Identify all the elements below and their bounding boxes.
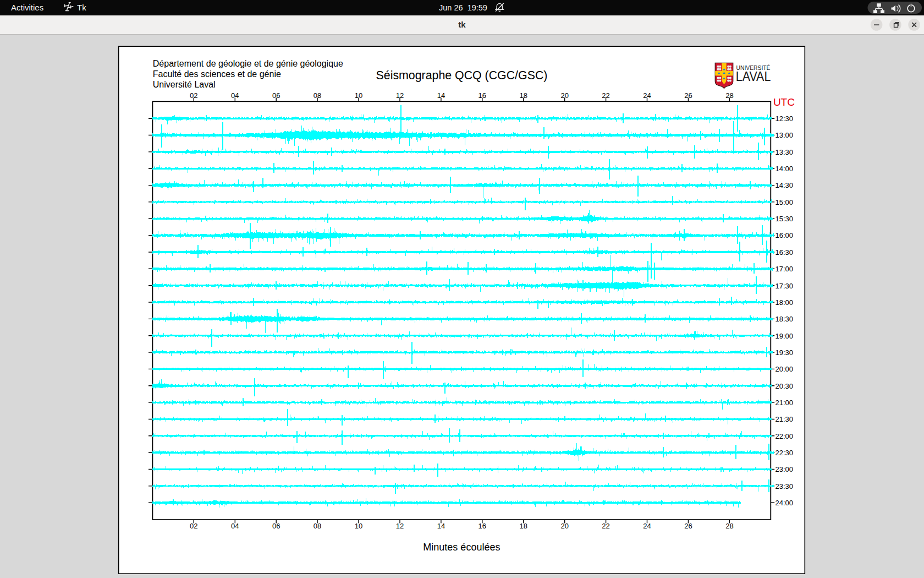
svg-text:LAVAL: LAVAL	[736, 69, 771, 84]
svg-text:14: 14	[437, 91, 445, 100]
svg-text:Tk: Tk	[77, 3, 86, 12]
svg-text:Minutes écoulées: Minutes écoulées	[423, 542, 500, 553]
svg-text:20: 20	[560, 91, 568, 100]
svg-text:13:30: 13:30	[776, 148, 794, 156]
svg-text:13:00: 13:00	[776, 131, 794, 139]
svg-text:18:00: 18:00	[776, 298, 794, 307]
svg-text:19:30: 19:30	[776, 348, 794, 357]
svg-text:22:00: 22:00	[776, 432, 794, 440]
svg-text:14:30: 14:30	[776, 181, 794, 189]
svg-text:23:30: 23:30	[776, 482, 794, 490]
svg-text:08: 08	[314, 522, 321, 530]
svg-text:Séismographe QCQ (CGC/GSC): Séismographe QCQ (CGC/GSC)	[376, 68, 548, 82]
svg-text:12:30: 12:30	[776, 114, 794, 123]
svg-text:UTC: UTC	[773, 96, 795, 108]
svg-text:tk: tk	[458, 20, 466, 29]
svg-text:24: 24	[643, 91, 651, 100]
svg-text:18: 18	[519, 91, 527, 100]
svg-text:06: 06	[272, 522, 280, 530]
svg-text:17:30: 17:30	[776, 282, 794, 290]
svg-text:26: 26	[684, 91, 692, 100]
svg-text:12: 12	[396, 522, 404, 530]
svg-text:15:00: 15:00	[776, 198, 794, 206]
svg-text:22: 22	[602, 91, 609, 100]
svg-text:20: 20	[560, 522, 568, 530]
svg-text:26: 26	[684, 522, 692, 530]
svg-text:24:00: 24:00	[776, 499, 794, 507]
svg-text:15:30: 15:30	[776, 215, 794, 223]
svg-text:23:00: 23:00	[776, 465, 794, 473]
svg-text:21:30: 21:30	[776, 415, 794, 423]
svg-text:18:30: 18:30	[776, 315, 794, 323]
svg-text:02: 02	[190, 522, 197, 530]
svg-text:28: 28	[725, 522, 733, 530]
svg-text:Jun 26 19:59: Jun 26 19:59	[439, 3, 487, 12]
svg-text:08: 08	[314, 91, 321, 100]
svg-text:04: 04	[231, 91, 239, 100]
svg-text:22:30: 22:30	[776, 449, 794, 457]
svg-text:16: 16	[479, 91, 486, 100]
svg-text:14: 14	[437, 522, 445, 530]
svg-text:Activities: Activities	[11, 3, 43, 12]
svg-text:02: 02	[190, 91, 197, 100]
svg-text:20:00: 20:00	[776, 365, 794, 373]
svg-text:Université Laval: Université Laval	[153, 80, 216, 89]
svg-text:14:00: 14:00	[776, 165, 794, 173]
svg-text:22: 22	[602, 522, 609, 530]
svg-text:16:00: 16:00	[776, 231, 794, 239]
svg-text:16: 16	[479, 522, 486, 530]
svg-text:16:30: 16:30	[776, 248, 794, 257]
svg-text:20:30: 20:30	[776, 382, 794, 390]
svg-text:17:00: 17:00	[776, 265, 794, 273]
svg-text:24: 24	[643, 522, 651, 530]
svg-text:10: 10	[355, 522, 362, 530]
svg-text:21:00: 21:00	[776, 399, 794, 407]
svg-text:19:00: 19:00	[776, 332, 794, 340]
svg-text:12: 12	[396, 91, 404, 100]
svg-text:04: 04	[231, 522, 239, 530]
svg-text:06: 06	[272, 91, 280, 100]
svg-text:28: 28	[725, 91, 733, 100]
svg-text:18: 18	[519, 522, 527, 530]
svg-text:10: 10	[355, 91, 362, 100]
svg-text:Département de géologie et de: Département de géologie et de génie géol…	[153, 59, 343, 68]
svg-text:Faculté des sciences et de gén: Faculté des sciences et de génie	[153, 69, 281, 79]
